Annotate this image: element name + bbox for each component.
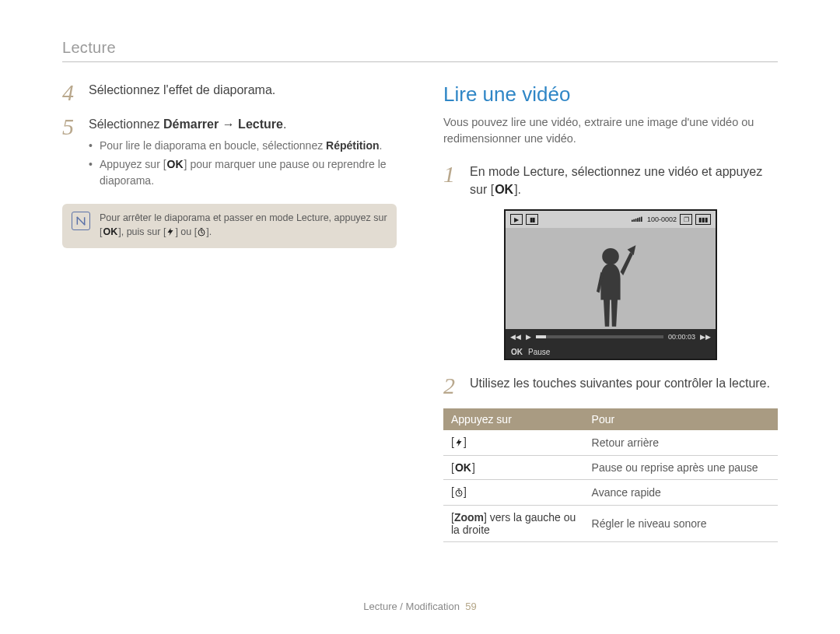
right-description: Vous pouvez lire une vidéo, extraire une…: [443, 114, 778, 147]
svg-rect-8: [641, 217, 642, 222]
pause-label: Pause: [528, 348, 550, 356]
battery-icon: ▮▮▮: [695, 214, 711, 225]
video-frame: [506, 228, 716, 329]
step-text: Utilisez les touches suivantes pour cont…: [470, 374, 778, 398]
svg-rect-5: [635, 219, 637, 222]
note-segment: ], puis sur [: [118, 226, 166, 237]
note-segment: ].: [206, 226, 212, 237]
file-index-label: 100-0002: [647, 215, 677, 223]
step-text-post: ].: [514, 183, 521, 196]
two-column-layout: 4 Sélectionnez l'effet de diaporama. 5 S…: [62, 81, 778, 542]
sub-bullet-list: Pour lire le diaporama en boucle, sélect…: [89, 138, 397, 188]
step-text: Sélectionnez Démarrer → Lecture. Pour li…: [89, 115, 397, 191]
section-title: Lecture: [62, 39, 778, 57]
bullet-text: Appuyez sur [: [100, 158, 166, 170]
svg-point-1: [84, 224, 86, 226]
progress-track: [536, 335, 663, 338]
ok-key-icon: OK: [510, 348, 523, 356]
bullet-text: .: [380, 139, 383, 152]
play-icon: ▶: [526, 333, 531, 341]
ok-key-icon: OK: [454, 461, 472, 474]
step-5: 5 Sélectionnez Démarrer → Lecture. Pour …: [62, 115, 397, 191]
step5-bold: Démarrer → Lecture: [163, 117, 283, 131]
flash-icon: [454, 437, 464, 450]
step5-suffix: .: [283, 117, 286, 131]
header-divider: [62, 61, 778, 62]
progress-fill: [536, 335, 546, 338]
svg-rect-6: [637, 219, 639, 222]
table-header-press: Appuyez sur: [443, 408, 584, 430]
zoom-label: Zoom: [454, 511, 484, 524]
step-4: 4 Sélectionnez l'effet de diaporama.: [62, 81, 397, 104]
action-cell: Régler le niveau sonore: [584, 506, 778, 542]
table-row: [OK] Pause ou reprise après une pause: [443, 456, 778, 480]
action-cell: Pause ou reprise après une pause: [584, 456, 778, 480]
svg-rect-7: [639, 218, 641, 222]
bullet-text: Pour lire le diaporama en boucle, sélect…: [100, 139, 326, 152]
svg-point-0: [76, 217, 78, 219]
movie-icon: ▮▮: [526, 214, 538, 225]
play-mode-icon: ▶: [510, 214, 523, 225]
timer-icon: [197, 227, 206, 241]
footer-breadcrumb: Lecture / Modification: [363, 601, 460, 612]
note-segment: ] ou [: [175, 226, 197, 237]
step-number: 2: [443, 374, 460, 398]
step-number: 4: [62, 81, 79, 104]
action-cell: Retour arrière: [584, 430, 778, 456]
note-text: Pour arrêter le diaporama et passer en m…: [100, 212, 387, 240]
left-column: 4 Sélectionnez l'effet de diaporama. 5 S…: [62, 81, 397, 542]
sd-card-icon: ❐: [680, 214, 692, 225]
signal-bars-icon: [632, 215, 644, 224]
page-footer: Lecture / Modification 59: [0, 601, 840, 612]
page-number: 59: [465, 601, 476, 612]
table-row: [] Retour arrière: [443, 430, 778, 456]
fast-forward-icon: ▶▶: [700, 333, 711, 341]
camera-bottom-bar: OK Pause: [506, 345, 716, 359]
press-cell: []: [443, 430, 584, 456]
top-right-icons: 100-0002 ❐ ▮▮▮: [632, 214, 711, 225]
ok-key-icon: OK: [166, 156, 184, 172]
press-cell: []: [443, 480, 584, 506]
sub-bullet: Pour lire le diaporama en boucle, sélect…: [89, 138, 397, 153]
step-1-right: 1 En mode Lecture, sélectionnez une vidé…: [443, 163, 778, 198]
sub-bullet: Appuyez sur [OK] pour marquer une pause …: [89, 156, 397, 188]
step-number: 1: [443, 163, 460, 198]
controls-table: Appuyez sur Pour [] Retour arrière [OK] …: [443, 408, 778, 542]
bullet-bold: Répétition: [326, 139, 379, 152]
timer-icon: [454, 487, 464, 499]
step-2-right: 2 Utilisez les touches suivantes pour co…: [443, 374, 778, 398]
flash-icon: [166, 227, 175, 241]
table-row: [Zoom] vers la gauche ou la droite Régle…: [443, 506, 778, 542]
note-callout: Pour arrêter le diaporama et passer en m…: [62, 204, 397, 248]
right-column: Lire une vidéo Vous pouvez lire une vidé…: [443, 81, 778, 542]
ok-key-icon: OK: [102, 226, 118, 240]
step-text: Sélectionnez l'effet de diaporama.: [89, 81, 397, 104]
step-text: En mode Lecture, sélectionnez une vidéo …: [470, 163, 778, 198]
table-row: [] Avance rapide: [443, 480, 778, 506]
press-cell: [OK]: [443, 456, 584, 480]
step5-prefix: Sélectionnez: [89, 117, 163, 131]
action-cell: Avance rapide: [584, 480, 778, 506]
svg-point-9: [602, 248, 619, 265]
manual-page: Lecture 4 Sélectionnez l'effet de diapor…: [0, 0, 840, 634]
step-number: 5: [62, 115, 79, 191]
press-cell: [Zoom] vers la gauche ou la droite: [443, 506, 584, 542]
timecode-label: 00:00:03: [668, 333, 695, 341]
person-silhouette-icon: [576, 236, 646, 329]
video-progress-bar: ◀◀ ▶ 00:00:03 ▶▶: [506, 329, 716, 345]
rewind-icon: ◀◀: [510, 333, 521, 341]
ok-key-icon: OK: [494, 180, 514, 198]
right-heading: Lire une vidéo: [443, 82, 778, 107]
top-left-icons: ▶ ▮▮: [510, 214, 538, 225]
note-icon: [72, 212, 90, 230]
svg-rect-3: [632, 220, 633, 222]
svg-rect-4: [633, 219, 635, 222]
table-header-action: Pour: [584, 408, 778, 430]
camera-top-bar: ▶ ▮▮ 100-0002 ❐ ▮▮▮: [506, 211, 716, 228]
camera-screen-mockup: ▶ ▮▮ 100-0002 ❐ ▮▮▮: [504, 209, 717, 360]
